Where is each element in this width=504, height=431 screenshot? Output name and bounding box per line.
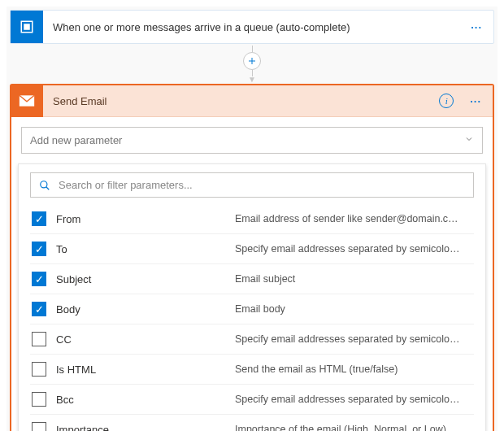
parameter-description: Email subject xyxy=(235,273,472,285)
add-parameter-label: Add new parameter xyxy=(30,134,464,146)
add-parameter-select[interactable]: Add new parameter xyxy=(21,127,483,154)
parameter-description: Specify email addresses separated by sem… xyxy=(235,333,472,345)
parameter-description: Email address of sender like sender@doma… xyxy=(235,213,472,224)
action-card: Send Email i ··· Add new parameter ✓From… xyxy=(10,84,494,431)
parameter-checkbox[interactable]: ✓ xyxy=(32,302,46,316)
parameter-label: Body xyxy=(56,303,235,316)
mail-icon xyxy=(11,85,43,117)
arrow-down-icon: ▼ xyxy=(248,75,256,84)
action-title: Send Email xyxy=(43,87,439,115)
parameter-row[interactable]: Is HTMLSend the email as HTML (true/fals… xyxy=(30,354,474,384)
connector: ▼ xyxy=(10,44,494,84)
parameter-checkbox[interactable] xyxy=(32,392,46,407)
add-step-button[interactable] xyxy=(243,52,261,70)
parameter-label: Importance xyxy=(56,424,235,432)
parameter-row[interactable]: ✓FromEmail address of sender like sender… xyxy=(30,204,474,233)
action-header[interactable]: Send Email i ··· xyxy=(11,85,493,117)
queue-icon xyxy=(11,11,43,43)
parameter-description: Importance of the email (High, Normal, o… xyxy=(235,424,472,431)
trigger-title: When one or more messages arrive in a qu… xyxy=(43,13,459,41)
action-menu-button[interactable]: ··· xyxy=(458,89,493,114)
parameter-label: Is HTML xyxy=(56,364,235,376)
parameter-label: From xyxy=(56,213,235,225)
parameter-label: Bcc xyxy=(56,394,235,406)
parameter-checkbox[interactable] xyxy=(32,332,46,346)
parameter-search[interactable] xyxy=(30,172,474,198)
parameter-label: To xyxy=(56,243,235,255)
parameter-description: Specify email addresses separated by sem… xyxy=(235,394,472,405)
parameter-checkbox[interactable] xyxy=(32,362,46,377)
parameter-row[interactable]: CCSpecify email addresses separated by s… xyxy=(30,324,474,354)
search-icon xyxy=(39,180,50,191)
chevron-down-icon xyxy=(464,134,474,146)
svg-point-3 xyxy=(41,181,47,187)
parameter-row[interactable]: ✓BodyEmail body xyxy=(30,294,474,324)
parameter-dropdown: ✓FromEmail address of sender like sender… xyxy=(18,163,486,431)
parameter-row[interactable]: ✓ToSpecify email addresses separated by … xyxy=(30,233,474,263)
trigger-menu-button[interactable]: ··· xyxy=(459,15,493,40)
parameter-checkbox[interactable] xyxy=(32,422,46,431)
info-icon[interactable]: i xyxy=(439,94,454,108)
parameter-row[interactable]: ImportanceImportance of the email (High,… xyxy=(30,414,474,431)
parameter-checkbox[interactable]: ✓ xyxy=(32,242,46,256)
parameter-description: Email body xyxy=(235,303,472,315)
parameter-label: CC xyxy=(56,333,235,346)
parameter-description: Specify email addresses separated by sem… xyxy=(235,243,472,255)
parameter-search-input[interactable] xyxy=(57,178,465,192)
parameter-checkbox[interactable]: ✓ xyxy=(32,211,46,226)
parameter-row[interactable]: ✓SubjectEmail subject xyxy=(30,263,474,294)
parameter-row[interactable]: BccSpecify email addresses separated by … xyxy=(30,384,474,414)
trigger-card[interactable]: When one or more messages arrive in a qu… xyxy=(10,10,494,44)
parameter-description: Send the email as HTML (true/false) xyxy=(235,364,472,375)
svg-rect-1 xyxy=(24,24,29,29)
parameter-checkbox[interactable]: ✓ xyxy=(32,272,46,286)
parameter-label: Subject xyxy=(56,273,235,285)
